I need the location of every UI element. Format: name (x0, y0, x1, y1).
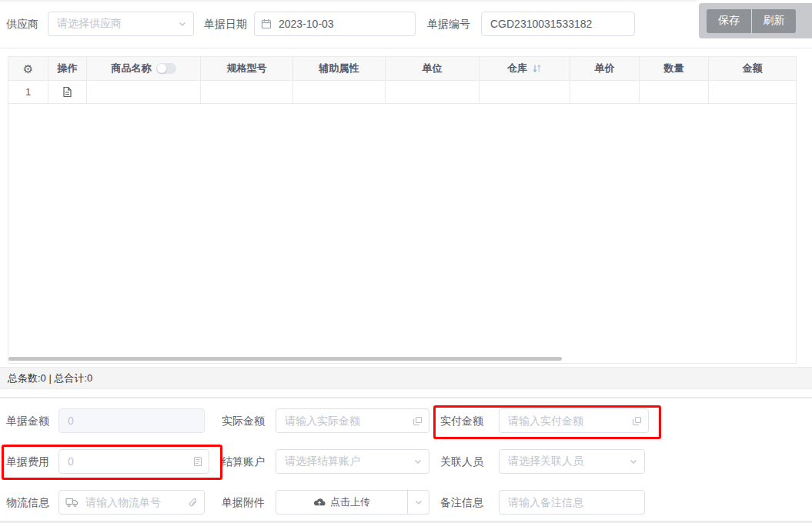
paid-amount-field[interactable] (499, 408, 649, 433)
logistics-field[interactable] (58, 490, 205, 515)
doc-amount-input (65, 415, 198, 427)
gear-icon[interactable]: ⚙ (23, 63, 33, 75)
th-product-name-label: 商品名称 (112, 62, 152, 75)
items-table: ⚙ 操作 商品名称 规格型号 辅助属性 单位 仓库 (8, 56, 797, 364)
attachment-label: 单据附件 (222, 490, 265, 515)
row-spec-model-cell[interactable] (201, 81, 293, 103)
doc-amount-field (58, 408, 205, 433)
row-operation-cell (48, 81, 87, 103)
chevron-down-icon (413, 457, 423, 466)
actual-amount-input[interactable] (282, 415, 408, 427)
th-spec-model-label: 规格型号 (227, 62, 267, 75)
doc-code-field[interactable] (481, 12, 635, 36)
product-name-toggle[interactable] (156, 63, 176, 74)
row-unit-price-cell[interactable] (570, 81, 640, 103)
chevron-down-icon (178, 19, 187, 28)
upload-label: 点击上传 (330, 495, 370, 509)
summary-bar: 总条数:0 | 总合计:0 (0, 367, 812, 389)
doc-fee-field[interactable] (58, 449, 209, 474)
related-person-select[interactable]: 请选择关联人员 (499, 449, 645, 474)
attachment-upload: 点击上传 (276, 490, 429, 515)
th-warehouse: 仓库 (480, 57, 570, 80)
remark-input[interactable] (506, 496, 638, 508)
form-section-divider (0, 397, 812, 398)
chevron-down-icon (414, 498, 423, 507)
purchase-order-page: 供应商 请选择供应商 单据日期 2023-10-03 单据编号 保存 刷新 ⚙ (0, 0, 812, 523)
doc-date-input[interactable]: 2023-10-03 (254, 12, 416, 36)
doc-fee-input[interactable] (65, 455, 189, 468)
save-button[interactable]: 保存 (707, 9, 751, 33)
truck-icon (65, 497, 79, 508)
paperclip-icon[interactable] (188, 498, 198, 508)
doc-amount-label: 单据金额 (6, 408, 49, 433)
remark-label: 备注信息 (440, 490, 483, 515)
th-spec-model: 规格型号 (201, 57, 293, 80)
th-aux-attr-label: 辅助属性 (319, 62, 359, 75)
horizontal-scrollbar[interactable] (8, 357, 562, 361)
date-value: 2023-10-03 (276, 18, 409, 30)
toggle-knob (157, 64, 166, 73)
cloud-upload-icon (313, 498, 326, 507)
chevron-down-icon (629, 457, 638, 466)
row-aux-attr-cell[interactable] (293, 81, 386, 103)
th-operation: 操作 (48, 57, 87, 80)
row-product-name-cell[interactable] (87, 81, 201, 103)
th-aux-attr: 辅助属性 (293, 57, 386, 80)
th-amount: 金额 (709, 57, 796, 80)
row-index-cell: 1 (8, 81, 48, 103)
th-quantity: 数量 (640, 57, 709, 80)
th-column-settings[interactable]: ⚙ (8, 57, 48, 80)
topbar-divider (0, 48, 812, 48)
related-person-placeholder: 请选择关联人员 (506, 455, 624, 468)
th-unit-price: 单价 (570, 57, 640, 80)
doc-code-input[interactable] (488, 18, 628, 30)
th-amount-label: 金额 (743, 62, 763, 75)
th-quantity-label: 数量 (664, 62, 684, 75)
paid-amount-input[interactable] (506, 415, 627, 427)
logistics-label: 物流信息 (6, 490, 49, 515)
action-button-panel: 保存 刷新 (699, 3, 812, 38)
supplier-placeholder: 请选择供应商 (55, 17, 173, 31)
settle-account-placeholder: 请选择结算账户 (282, 455, 409, 468)
attachment-upload-button[interactable]: 点击上传 (276, 491, 407, 514)
paid-amount-label: 实付金额 (440, 408, 483, 433)
code-label: 单据编号 (427, 12, 470, 36)
top-divider (0, 0, 697, 2)
settle-account-select[interactable]: 请选择结算账户 (276, 449, 429, 474)
actual-amount-label: 实际金额 (222, 408, 265, 433)
th-warehouse-label: 仓库 (507, 62, 527, 75)
copy-icon[interactable] (632, 416, 642, 426)
actual-amount-field[interactable] (276, 408, 429, 433)
copy-icon[interactable] (413, 416, 423, 426)
upload-dropdown-toggle[interactable] (407, 491, 429, 514)
th-product-name: 商品名称 (87, 57, 201, 80)
row-amount-cell[interactable] (709, 81, 796, 103)
logistics-input[interactable] (83, 496, 183, 508)
row-warehouse-cell[interactable] (480, 81, 570, 103)
calendar-icon (261, 18, 272, 29)
table-header-row: ⚙ 操作 商品名称 规格型号 辅助属性 单位 仓库 (8, 57, 796, 81)
detail-icon[interactable] (193, 456, 202, 467)
supplier-select[interactable]: 请选择供应商 (48, 12, 194, 36)
summary-text: 总条数:0 | 总合计:0 (8, 371, 92, 385)
supplier-label: 供应商 (6, 12, 38, 36)
row-unit-cell[interactable] (386, 81, 480, 103)
related-person-label: 关联人员 (440, 449, 483, 474)
th-unit-price-label: 单价 (595, 62, 615, 75)
doc-fee-label: 单据费用 (6, 449, 49, 474)
th-unit-label: 单位 (423, 62, 443, 75)
refresh-button[interactable]: 刷新 (751, 9, 796, 33)
th-unit: 单位 (386, 57, 480, 80)
sort-icon[interactable] (532, 64, 542, 73)
row-quantity-cell[interactable] (640, 81, 709, 103)
settle-account-label: 结算账户 (222, 449, 265, 474)
remark-field[interactable] (499, 490, 645, 515)
table-row: 1 (8, 81, 796, 104)
date-label: 单据日期 (204, 12, 247, 36)
th-operation-label: 操作 (58, 62, 78, 75)
document-icon[interactable] (62, 86, 72, 98)
